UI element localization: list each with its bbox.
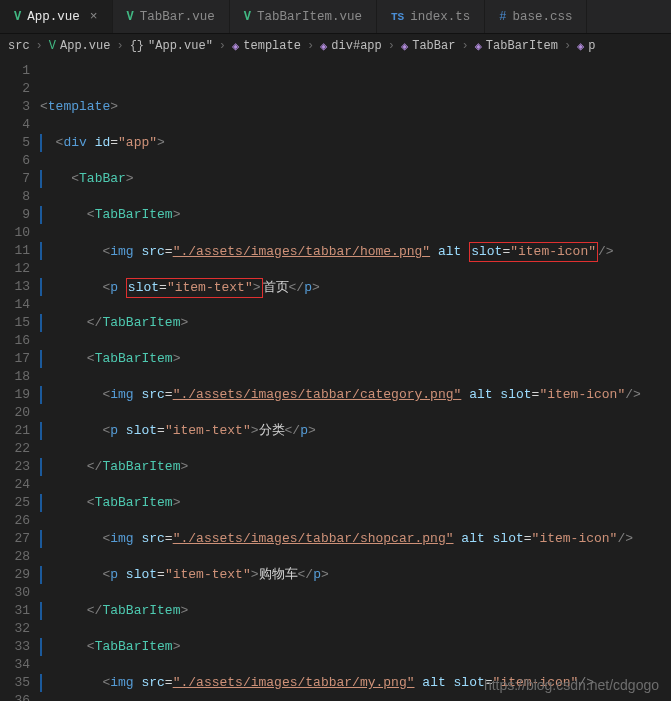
breadcrumb-item[interactable]: TabBar [412,39,455,53]
vue-icon: V [14,10,21,24]
chevron-right-icon: › [34,39,45,53]
breadcrumb-item[interactable]: App.vue [60,39,110,53]
vue-icon: V [244,10,251,24]
cube-icon: ◈ [320,39,327,54]
line-gutter: 1234567891011121314151617181920212223242… [0,58,40,701]
tab-tabbaritem-vue[interactable]: V TabBarItem.vue [230,0,377,33]
editor-tabs: V App.vue × V TabBar.vue V TabBarItem.vu… [0,0,671,34]
cube-icon: ◈ [232,39,239,54]
vue-icon: V [49,39,56,53]
braces-icon: {} [130,39,144,53]
tab-label: index.ts [410,10,470,24]
css-icon: # [499,10,506,24]
tab-app-vue[interactable]: V App.vue × [0,0,113,33]
chevron-right-icon: › [562,39,573,53]
breadcrumb-item[interactable]: template [243,39,301,53]
code-editor[interactable]: 1234567891011121314151617181920212223242… [0,58,671,701]
ts-icon: TS [391,11,404,23]
tab-label: TabBar.vue [140,10,215,24]
chevron-right-icon: › [217,39,228,53]
tab-base-css[interactable]: # base.css [485,0,587,33]
breadcrumb-item[interactable]: p [588,39,595,53]
breadcrumb-item[interactable]: src [8,39,30,53]
tab-tabbar-vue[interactable]: V TabBar.vue [113,0,230,33]
breadcrumb-item[interactable]: div#app [331,39,381,53]
tab-index-ts[interactable]: TS index.ts [377,0,485,33]
chevron-right-icon: › [305,39,316,53]
watermark: https://blog.csdn.net/cdgogo [484,677,659,693]
breadcrumb: src› VApp.vue› {}"App.vue"› ◈template› ◈… [0,34,671,58]
chevron-right-icon: › [386,39,397,53]
cube-icon: ◈ [475,39,482,54]
tab-label: TabBarItem.vue [257,10,362,24]
code-area[interactable]: <template> <div id="app"> <TabBar> <TabB… [40,58,671,701]
chevron-right-icon: › [114,39,125,53]
cube-icon: ◈ [401,39,408,54]
cube-icon: ◈ [577,39,584,54]
chevron-right-icon: › [459,39,470,53]
breadcrumb-item[interactable]: TabBarItem [486,39,558,53]
close-icon[interactable]: × [90,9,98,24]
breadcrumb-item[interactable]: "App.vue" [148,39,213,53]
vue-icon: V [127,10,134,24]
tab-label: App.vue [27,10,80,24]
tab-label: base.css [512,10,572,24]
